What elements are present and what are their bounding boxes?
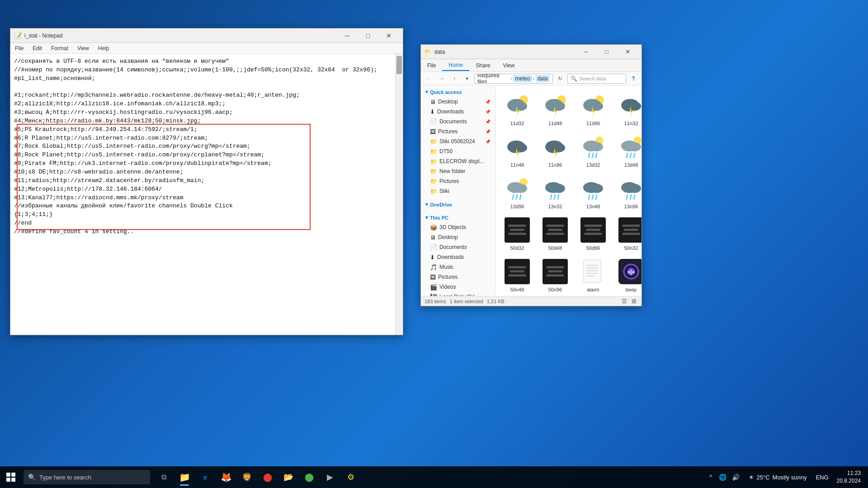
ribbon-tab-share[interactable]: Share — [469, 61, 496, 70]
task-view-button[interactable]: ⧉ — [154, 467, 174, 487]
path-meteo: meteo — [513, 75, 532, 82]
sidebar-item-pictures2[interactable]: 📁 Pictures — [421, 176, 495, 186]
file-item-13d48[interactable]: 13d48 — [613, 131, 642, 170]
sidebar-item-videos[interactable]: 🎬Videos — [421, 282, 495, 292]
sidebar-item-desktop2[interactable]: 🖥Desktop — [421, 232, 495, 242]
sidebar-item-documents2[interactable]: 📄Documents — [421, 242, 495, 252]
selected-count: 1 item selected — [450, 299, 483, 304]
tray-network-icon[interactable]: 🌐 — [717, 473, 728, 482]
up-button[interactable]: ↑ — [449, 73, 460, 84]
sidebar-item-music[interactable]: 🎵Music — [421, 262, 495, 272]
tray-language[interactable]: ENG — [814, 472, 830, 483]
file-item-50n32[interactable]: 50n32 — [613, 214, 642, 253]
explorer-main-content[interactable]: 11d32 11d48 11d96 11n32 — [495, 85, 642, 296]
file-item-11d32[interactable]: 11d32 — [499, 89, 535, 129]
svg-rect-115 — [11, 478, 15, 482]
tray-volume-icon[interactable]: 🔊 — [730, 473, 741, 482]
menu-view[interactable]: View — [73, 44, 94, 52]
firefox-taskbar[interactable]: 🦊 — [216, 467, 236, 487]
settings-taskbar[interactable]: ⚙ — [341, 467, 361, 487]
menu-format[interactable]: Format — [47, 44, 73, 52]
svg-line-42 — [554, 195, 555, 199]
sidebar-item-3dobjects[interactable]: 📦3D Objects — [421, 222, 495, 232]
file-item-50d32[interactable]: 50d32 — [499, 214, 535, 253]
edge-browser-taskbar[interactable]: e — [195, 467, 215, 487]
file-thumbnail — [542, 92, 569, 119]
tray-chevron-icon[interactable]: ^ — [708, 473, 714, 482]
maximize-button[interactable]: □ — [358, 28, 378, 43]
sidebar-item-documents[interactable]: 📄 Documents — [421, 117, 495, 127]
address-path[interactable]: Required files › meteo › data — [474, 74, 553, 84]
file-item-13n48[interactable]: 13n48 — [575, 172, 611, 212]
svg-line-24 — [589, 153, 590, 158]
sidebar-item-desktop[interactable]: 🖥 Desktop — [421, 97, 495, 107]
sidebar-item-pictures3[interactable]: 🖼Pictures — [421, 272, 495, 282]
start-button[interactable] — [0, 466, 22, 488]
file-item-beep[interactable]: »|« beep — [613, 255, 642, 295]
sidebar-item-downloads[interactable]: ⬇ Downloads — [421, 107, 495, 117]
svg-rect-57 — [508, 233, 526, 235]
notepad-text[interactable]: //сохранять в UTF-8 если есть названия н… — [10, 54, 403, 335]
tray-clock[interactable]: 11:23 20.8.2024 — [833, 468, 864, 487]
recent-locations-button[interactable]: ▾ — [462, 73, 472, 84]
file-item-50d48[interactable]: 50d48 — [537, 214, 573, 253]
sidebar-item-sliki2[interactable]: 📁 Sliki — [421, 186, 495, 196]
sidebar-item-elecrow[interactable]: 📁 ELECROW displ... — [421, 156, 495, 166]
file-item-13n96[interactable]: 13n96 — [613, 172, 642, 212]
sidebar-item-newfolder[interactable]: 📁 New folder — [421, 166, 495, 176]
minimize-button[interactable]: ─ — [337, 28, 358, 43]
close-button[interactable]: ✕ — [378, 28, 399, 43]
svg-text:»|«: »|« — [627, 269, 635, 275]
sidebar-item-dt50[interactable]: 📁 DT50 — [421, 146, 495, 156]
file-item-11n32[interactable]: 11n32 — [613, 89, 642, 129]
refresh-button[interactable]: ↻ — [555, 73, 566, 84]
taskbar-search-box[interactable]: 🔍 Type here to search — [24, 470, 150, 484]
quick-access-header[interactable]: ▾Quick access — [421, 87, 495, 97]
app-taskbar[interactable]: ⬤ — [299, 467, 319, 487]
file-explorer-window: 📁 data ─ □ ✕ File Home Share View ← → ↑ … — [420, 44, 642, 306]
menu-help[interactable]: Help — [94, 44, 114, 52]
onedrive-header[interactable]: ▾OneDrive — [421, 200, 495, 209]
explorer-minimize[interactable]: ─ — [576, 45, 596, 59]
winamp-taskbar[interactable]: ▶ — [320, 467, 340, 487]
ribbon-tab-file[interactable]: File — [421, 61, 442, 70]
this-pc-header[interactable]: ▾This PC — [421, 213, 495, 222]
file-item-50n48[interactable]: 50n48 — [499, 255, 535, 295]
file-item-50d96[interactable]: 50d96 — [575, 214, 611, 253]
help-button[interactable]: ? — [628, 73, 639, 84]
explorer-close[interactable]: ✕ — [617, 45, 638, 59]
menu-edit[interactable]: Edit — [28, 44, 47, 52]
file-explorer-taskbar[interactable]: 📁 — [175, 467, 194, 487]
file-item-13n32[interactable]: 13n32 — [537, 172, 573, 212]
forward-button[interactable]: → — [436, 73, 447, 84]
scroll-thumb[interactable] — [396, 56, 402, 74]
notepad-content-area[interactable]: //сохранять в UTF-8 если есть названия н… — [10, 54, 403, 335]
file-item-11n48[interactable]: 11n48 — [499, 131, 535, 170]
grid-view-button[interactable]: ⊞ — [630, 297, 638, 305]
file-item-11n96[interactable]: 11n96 — [537, 131, 573, 170]
file-item-13d96[interactable]: 13d96 — [499, 172, 535, 212]
menu-file[interactable]: File — [10, 44, 28, 52]
list-view-button[interactable]: ☰ — [620, 297, 628, 305]
sidebar-item-disk-c[interactable]: 💾Local Disk (C:) — [421, 292, 495, 296]
file-item-alarm[interactable]: alarm — [575, 255, 611, 295]
sidebar-item-sliki[interactable]: 📁 Sliki 05062024 — [421, 136, 495, 146]
pictures-icon: 🖼 — [430, 128, 436, 135]
notepad-scrollbar[interactable] — [396, 54, 403, 335]
ribbon-tab-home[interactable]: Home — [442, 60, 469, 71]
back-button[interactable]: ← — [424, 73, 434, 84]
sidebar-item-downloads2[interactable]: ⬇Downloads — [421, 252, 495, 262]
ribbon-tab-view[interactable]: View — [496, 61, 521, 70]
explorer-maximize[interactable]: □ — [596, 45, 617, 59]
brave-taskbar[interactable]: 🦁 — [237, 467, 257, 487]
tray-weather[interactable]: ☀ 25°C Mostly sunny — [744, 472, 811, 483]
search-box[interactable]: 🔍 Search data — [567, 74, 626, 84]
file-item-13d32[interactable]: 13d32 — [575, 131, 611, 170]
files-taskbar[interactable]: 📂 — [278, 467, 298, 487]
sidebar-item-pictures[interactable]: 🖼 Pictures — [421, 127, 495, 136]
chrome-taskbar[interactable]: ⬤ — [258, 467, 278, 487]
file-item-11d48[interactable]: 11d48 — [537, 89, 573, 129]
file-item-50n96[interactable]: 50n96 — [537, 255, 573, 295]
file-item-11d96[interactable]: 11d96 — [575, 89, 611, 129]
svg-rect-112 — [6, 473, 10, 477]
